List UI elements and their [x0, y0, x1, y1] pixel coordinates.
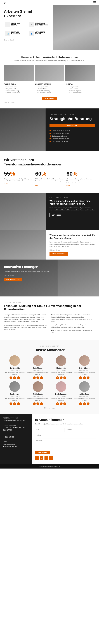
hamburger-button[interactable]: [94, 1, 96, 4]
linkedin-icon[interactable]: in: [86, 376, 90, 379]
service-steuerlich-label: STEUERLICHE DIENSTLEISTUNG: [35, 22, 49, 26]
strategy-button[interactable]: ALS BERATEN: [50, 124, 95, 127]
linkedin-icon[interactable]: in: [63, 402, 66, 405]
name-input[interactable]: [35, 428, 65, 432]
fallstudie-text-1: Lorem ipsum dolor sit amet, consectetur …: [4, 314, 48, 323]
team-card-roxie: Roxie Swansen HAUPTREDNER Lorem ipsum do…: [50, 381, 72, 405]
stat-60b-link[interactable]: MEHR: [66, 185, 95, 186]
team-name-mattie2: Mattie Smith: [27, 393, 48, 395]
firma-kontakt-button[interactable]: KONTAKTIERE UNS: [50, 252, 68, 256]
team-desc-mattie2: Lorem ipsum dolor sit amet, consectetur …: [27, 398, 48, 401]
twitter-icon[interactable]: t: [83, 402, 86, 405]
message-textarea[interactable]: [35, 438, 96, 449]
subject-input[interactable]: [35, 433, 96, 437]
services-grid: ☁ CLOUD UND DIGITAL 🏛 STEUERLICHE DIENST…: [4, 21, 50, 37]
list-item: Sed do eiusmod tempor: [35, 92, 64, 94]
team-socials-betty2: f t in: [74, 376, 95, 379]
work-subtitle: Ut enim ad minim veniam, quis nostrud ex…: [4, 60, 95, 62]
submit-button[interactable]: ABSCHICKEN: [35, 450, 50, 454]
twitter-icon[interactable]: t: [60, 376, 62, 379]
linkedin-icon[interactable]: in: [40, 402, 43, 405]
firma-image: [0, 193, 46, 230]
twitter-icon[interactable]: t: [83, 376, 86, 379]
twitter-icon[interactable]: t: [36, 402, 39, 405]
phone-input[interactable]: [66, 428, 96, 432]
kontakt-socials: f t in y: [35, 456, 96, 460]
list-item: Et tu, leo sit amet: [66, 88, 95, 90]
innovative-description: Lorem ipsum dolor sit amet, consectetur …: [4, 270, 54, 272]
stat-55-number: 55%: [4, 170, 32, 177]
list-item: Consectetur adipiscing: [35, 90, 64, 92]
twitter-icon[interactable]: t: [13, 376, 16, 379]
footer: © 2023 Company. All rights reserved.: [0, 464, 99, 468]
team-socials-betty1: f t in: [27, 376, 48, 379]
work-mehr-button[interactable]: MEHR LESEN: [42, 97, 57, 100]
firma-right: ÜBER UNSERE FIRMA Wir glauben, dass muti…: [46, 193, 99, 230]
twitter-social-icon[interactable]: t: [40, 456, 44, 460]
innovative-source: Bilder von Google: [4, 274, 54, 276]
youtube-social-icon[interactable]: y: [49, 456, 53, 460]
work-col-grosser-list: Lorem ipsum dolor Et tu, leo sit amet Co…: [35, 86, 64, 94]
service-steuerlich[interactable]: 🏛 STEUERLICHE DIENSTLEISTUNG: [28, 21, 50, 28]
team-desc-bob: Lorem ipsum dolor sit amet, consectetur …: [4, 398, 25, 401]
mitarbeiter-eyebrow: UNSERE MITARBEITER: [4, 346, 95, 347]
fallstudie-aside: Kunde: Kunde: Bonnier Corporation, ein A…: [51, 314, 95, 335]
service-marketing[interactable]: 📊 DIGITALES MARKETING: [4, 30, 26, 37]
facebook-icon[interactable]: f: [10, 376, 12, 379]
fallstudie-losung: Lösung: Lösung: Wir haben ein umfassende…: [51, 324, 95, 328]
team-desc-betty1: Lorem ipsum dolor sit amet, consectetur …: [27, 372, 48, 375]
service-verwaltete[interactable]: 👤 VERWALTETE DIENSTE: [28, 30, 50, 37]
innovative-title: Innovative Lösungen: [4, 265, 54, 269]
linkedin-icon[interactable]: in: [40, 376, 43, 379]
linkedin-icon[interactable]: in: [63, 376, 66, 379]
work-col-ausrichtung-title: AUSRICHTUNG: [4, 83, 32, 85]
facebook-icon[interactable]: f: [33, 402, 36, 405]
stat-60a-text: Mit tiefen Einblicken helfen wir Ihnen, …: [35, 178, 64, 184]
facebook-icon[interactable]: f: [79, 376, 82, 379]
twitter-icon[interactable]: t: [60, 402, 62, 405]
transform-section: Wir verstehen Ihre Transformationsheraus…: [0, 151, 99, 193]
logo[interactable]: logo: [3, 2, 6, 4]
team-role-nat: HAUPTREDNER: [4, 370, 25, 371]
linkedin-icon[interactable]: in: [86, 402, 90, 405]
kontakt-email: EMAIL info@example.com contact@example.c…: [3, 441, 29, 448]
facebook-icon[interactable]: f: [33, 376, 36, 379]
strategy-section: VOM PROBLEM ZUR LÖSUNG Strategische Bera…: [0, 108, 99, 151]
twitter-icon[interactable]: t: [36, 376, 39, 379]
facebook-icon[interactable]: f: [79, 402, 82, 405]
linkedin-social-icon[interactable]: in: [44, 456, 48, 460]
work-col-digital-list: Lorem ipsum dolor Et tu, leo sit amet Co…: [66, 86, 95, 94]
stat-60a-link[interactable]: MEHR: [35, 185, 64, 186]
linkedin-icon[interactable]: in: [17, 402, 20, 405]
list-item: Consectetur adipiscing: [4, 90, 32, 92]
service-cloud-label: CLOUD UND DIGITAL: [11, 22, 25, 26]
linkedin-icon[interactable]: in: [17, 376, 20, 379]
team-socials-bob: f t in: [4, 402, 25, 405]
list-item: Sed do eiusmod tempor: [50, 135, 95, 137]
work-col-ausrichtung-list: Lorem ipsum dolor Et tu, leo sit amet Co…: [4, 86, 32, 94]
facebook-social-icon[interactable]: f: [35, 456, 39, 460]
twitter-icon[interactable]: t: [13, 402, 16, 405]
list-item: Lorem ipsum dolor: [35, 86, 64, 88]
mitarbeiter-source: Bilder von Google: [4, 407, 95, 409]
team-card-adrian: Adrian Scold HAUPTREDNER Lorem ipsum dol…: [74, 381, 95, 405]
team-role-betty1: HAUPTREDNER: [27, 370, 48, 371]
firma-title: Wir glauben, dass mutige Ideen eine Kraf…: [50, 200, 96, 205]
innovative-button[interactable]: KONTAKTIERE UNS: [4, 278, 22, 282]
stat-55-link[interactable]: MEHR: [4, 183, 32, 184]
list-item: Lorem ipsum dolor sit amet: [50, 130, 95, 132]
firma-quote-title: Wir glauben, dass mutige Ideen eine Kraf…: [50, 234, 96, 240]
facebook-icon[interactable]: f: [10, 402, 12, 405]
work-title: Unsere Arbeit verändert Unternehmen: [4, 56, 95, 59]
email-value: info@example.com contact@example.com: [3, 443, 29, 448]
fallstudie-kunde: Kunde: Kunde: Bonnier Corporation, ein A…: [51, 314, 95, 323]
team-avatar-betty2: [79, 355, 90, 366]
facebook-icon[interactable]: f: [56, 376, 59, 379]
team-desc-betty2: Lorem ipsum dolor sit amet, consectetur …: [74, 372, 95, 375]
kontakt-title: In Kontakt kommen: [35, 418, 96, 422]
stats-row: 55% Wir glauben daran, dass die Digitali…: [4, 170, 95, 186]
facebook-icon[interactable]: f: [56, 402, 59, 405]
firma-lern-mehr-button[interactable]: LERN MEHR: [50, 213, 63, 217]
service-cloud[interactable]: ☁ CLOUD UND DIGITAL: [4, 21, 26, 28]
hero-title: Arbeiten Sie mit Experten!: [4, 9, 50, 18]
